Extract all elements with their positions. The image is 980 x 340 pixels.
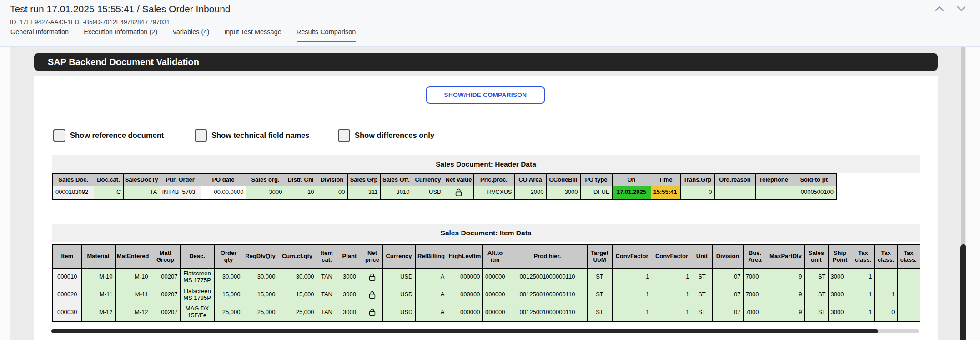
table-cell: [755, 186, 792, 199]
table-cell: 00125001000000110: [508, 286, 587, 304]
chevron-down-icon[interactable]: [956, 5, 966, 12]
checkbox-show-technical-field-names[interactable]: Show technical field names: [195, 129, 309, 142]
table-cell: 3000: [546, 186, 580, 199]
table-row: 000010M-10M-1000207Flatscreen MS 1775P30…: [53, 268, 920, 286]
table-cell: 000020: [53, 286, 81, 304]
table-cell: USD: [382, 286, 415, 304]
table-cell: 15:55:41: [651, 186, 680, 199]
table-cell: 00: [317, 186, 347, 199]
table-cell: 1: [852, 268, 874, 286]
page-title: Test run 17.01.2025 15:55:41 / Sales Ord…: [10, 4, 231, 15]
checkbox-box[interactable]: [53, 129, 65, 142]
table-row: 000030M-12M-1200207MAG DX 15F/Fe25,00025…: [53, 304, 920, 321]
column-header: On: [612, 174, 651, 186]
tab-results-comparison[interactable]: Results Comparison: [297, 28, 356, 42]
vertical-scrollbar-thumb[interactable]: [960, 244, 966, 340]
table-cell: [714, 186, 755, 199]
column-header: Cum.cf.qty: [278, 245, 317, 268]
column-header: Tax class.: [874, 245, 897, 268]
table-cell: 00125001000000110: [508, 268, 587, 286]
table-cell: A: [415, 304, 447, 321]
locked-value-cell: [362, 268, 382, 286]
table-cell: 9: [767, 304, 804, 321]
page-subtitle-id: ID: 17EE9427-AA43-1EDF-B59D-7012E4978284…: [10, 19, 170, 25]
table-cell: 1: [852, 304, 874, 321]
column-header: CCodeBill: [546, 174, 580, 186]
column-header: Unit: [692, 245, 712, 268]
filter-row: Show reference document Show technical f…: [34, 129, 938, 142]
checkbox-show-differences-only[interactable]: Show differences only: [338, 129, 434, 142]
section-title: SAP Backend Document Validation: [48, 57, 199, 67]
table-cell: 3010: [380, 186, 412, 199]
table-cell: 17.01.2025: [612, 186, 651, 199]
table-cell: 00.00.0000: [201, 186, 246, 199]
table-cell: A: [415, 268, 447, 286]
column-header: Ord.reason: [714, 174, 755, 186]
horizontal-scrollbar-thumb[interactable]: [51, 329, 878, 333]
table-cell: USD: [382, 268, 415, 286]
table-cell: 10: [285, 186, 317, 199]
header-navigation: [935, 5, 966, 12]
column-header: Plant: [337, 245, 362, 268]
table-cell: 15,000: [243, 286, 278, 304]
tab-execution-information[interactable]: Execution Information (2): [84, 28, 157, 42]
column-header: Tax class.: [852, 245, 874, 268]
table-cell: 7000: [743, 286, 767, 304]
table-cell: 15,000: [278, 286, 317, 304]
column-header: Sales Doc.: [53, 174, 94, 186]
table-cell: USD: [382, 304, 415, 321]
table-cell: 3000: [828, 286, 852, 304]
table-row: 000020M-11M-1100207Flatscreen MS 1785P15…: [53, 286, 920, 304]
tab-input-test-message[interactable]: Input Test Message: [224, 28, 281, 42]
table-cell: 0: [874, 304, 897, 321]
header-data-table: Sales Doc.Doc.cat.SalesDocTyPur. OrderPO…: [52, 173, 837, 200]
column-header: Distr. Chl: [285, 174, 317, 186]
column-header: Currency: [382, 245, 415, 268]
table-row: 0000183092CTAINT4B_570300.00.00003000100…: [53, 186, 836, 199]
item-data-caption: Sales Document: Item Data: [52, 224, 920, 242]
table-cell: 25,000: [278, 304, 317, 321]
checkbox-show-reference-document[interactable]: Show reference document: [53, 129, 164, 142]
table-cell: 7000: [743, 268, 767, 286]
table-cell: INT4B_5703: [160, 186, 201, 199]
table-cell: M-10: [81, 268, 115, 286]
tabstrip-divider: [0, 46, 980, 47]
checkbox-box[interactable]: [338, 129, 350, 142]
table-cell: 00125001000000110: [508, 304, 587, 321]
horizontal-scrollbar[interactable]: [51, 329, 919, 333]
table-cell: ST: [692, 286, 712, 304]
table-cell: 3000: [828, 268, 852, 286]
table-cell: 000000: [447, 304, 482, 321]
table-cell: TAN: [317, 268, 337, 286]
show-hide-comparison-button[interactable]: SHOW/HIDE COMPARISON: [426, 86, 545, 104]
column-header: MatEntered: [115, 245, 151, 268]
column-header: Prod.hier.: [508, 245, 587, 268]
table-cell: 1: [612, 268, 652, 286]
table-cell: USD: [412, 186, 444, 199]
table-cell: Flatscreen MS 1775P: [180, 268, 214, 286]
table-cell: 1: [612, 286, 652, 304]
tab-general-information[interactable]: General Information: [10, 28, 69, 42]
section-header-bar: SAP Backend Document Validation: [34, 53, 938, 71]
table-cell: 000010: [53, 268, 81, 286]
column-header: Net price: [362, 245, 382, 268]
table-cell: 1: [652, 268, 692, 286]
table-cell: 25,000: [243, 304, 278, 321]
table-cell: 7000: [743, 304, 767, 321]
column-header: Division: [712, 245, 743, 268]
item-data-table: ItemMaterialMatEnteredMatl GroupDesc.Ord…: [52, 244, 920, 322]
checkbox-box[interactable]: [195, 129, 207, 142]
table-cell: M-11: [115, 286, 151, 304]
table-cell: 000000: [482, 268, 508, 286]
left-gutter: [0, 47, 10, 340]
table-cell: MAG DX 15F/Fe: [180, 304, 214, 321]
table-cell: [897, 268, 920, 286]
column-header: Item cat.: [317, 245, 337, 268]
table-cell: 9: [767, 286, 804, 304]
column-header: ConvFactor: [652, 245, 692, 268]
lock-icon: [369, 308, 376, 316]
chevron-up-icon[interactable]: [935, 5, 945, 12]
column-header: Telephone: [755, 174, 792, 186]
tab-variables[interactable]: Variables (4): [172, 28, 209, 42]
column-header: Currency: [412, 174, 444, 186]
